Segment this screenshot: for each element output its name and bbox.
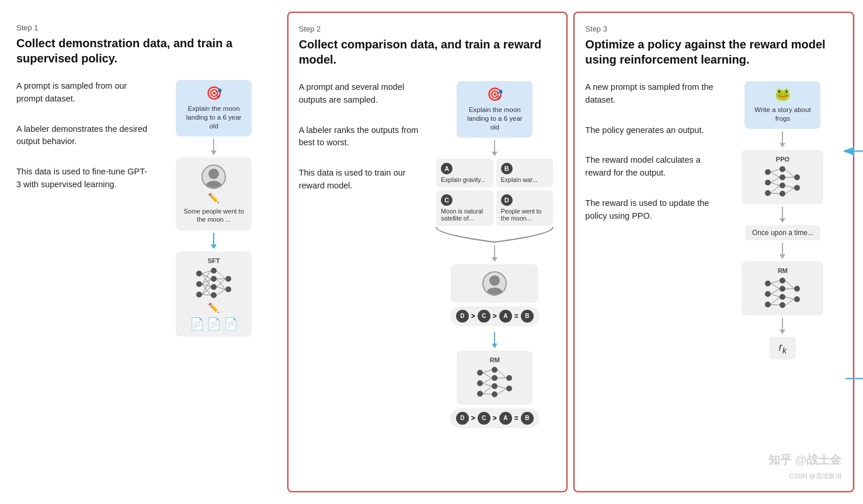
svg-point-50: [765, 190, 771, 196]
ranking-badge2: D > C > A = B: [450, 408, 540, 428]
step2-diagram-wrapper: 🎯 Explain the moon landing to a 6 year o…: [433, 81, 556, 432]
arrow2-blue: [211, 233, 217, 249]
svg-point-31: [477, 391, 483, 397]
svg-point-72: [780, 294, 785, 300]
svg-point-28: [487, 288, 502, 295]
svg-line-21: [217, 271, 225, 279]
rank2-c: C: [478, 412, 490, 425]
rm-network-svg: [474, 367, 515, 399]
step2-text1: A prompt and several model outputs are s…: [299, 81, 428, 107]
svg-line-38: [483, 370, 492, 373]
arrow7: [780, 206, 785, 223]
step1-title: Collect demonstration data, and train a …: [16, 36, 274, 66]
step1-label: Step 1: [16, 23, 274, 32]
svg-point-36: [506, 375, 512, 381]
step1-prompt-text: Explain the moon landing to a 6 year old: [184, 104, 243, 131]
svg-point-5: [211, 268, 217, 274]
bracket-svg: [433, 226, 556, 243]
rm2-label: RM: [778, 267, 788, 274]
rk-text: rk: [779, 341, 787, 353]
rank2-d: D: [456, 412, 469, 425]
output-text-a: Explain gravity...: [441, 176, 489, 183]
step3-text3: The reward model calculates a reward for…: [585, 154, 717, 180]
person2-icon: [482, 271, 507, 296]
step3-prompt-box: 🐸 Write a story about frogs: [744, 81, 820, 129]
rm2-network-svg: [762, 278, 803, 310]
step1-labeler-box: ✏️ Some people went to the moon ...: [176, 158, 252, 231]
svg-point-1: [206, 181, 221, 188]
doc3-icon: 📄: [224, 317, 238, 331]
svg-point-52: [780, 174, 785, 180]
svg-line-85: [785, 299, 794, 305]
svg-line-43: [483, 394, 492, 394]
svg-line-61: [771, 186, 780, 193]
svg-line-77: [771, 284, 780, 289]
step1-text2: A labeler demonstrates the desired outpu…: [16, 123, 148, 149]
svg-point-49: [765, 180, 771, 186]
step1-column: Step 1 Collect demonstration data, and t…: [6, 12, 284, 492]
step1-output-text: Some people went to the moon ...: [183, 207, 245, 224]
arrow3: [492, 140, 497, 156]
step2-prompt-box: 🎯 Explain the moon landing to a 6 year o…: [457, 81, 533, 138]
svg-point-7: [211, 284, 217, 290]
step2-label: Step 2: [299, 24, 556, 33]
person-icon: [201, 164, 226, 189]
svg-line-39: [483, 373, 492, 378]
svg-point-67: [765, 281, 771, 286]
output-label-b: B: [501, 163, 513, 174]
svg-point-30: [477, 380, 483, 386]
svg-point-33: [492, 375, 497, 381]
sft-label: SFT: [208, 257, 220, 264]
rank-a: A: [499, 310, 512, 323]
svg-point-54: [780, 191, 785, 197]
svg-line-20: [202, 295, 211, 295]
step3-prompt-text: Write a story about frogs: [753, 106, 812, 123]
rank2-a: A: [499, 412, 512, 425]
svg-point-70: [780, 278, 785, 284]
ranking-badge: D > C > A = B: [450, 306, 540, 326]
step2-title: Collect comparison data, and train a rew…: [299, 37, 556, 67]
svg-point-34: [492, 383, 497, 389]
svg-line-60: [771, 183, 780, 186]
svg-line-47: [497, 388, 506, 394]
arrow6: [780, 131, 785, 148]
svg-line-66: [785, 188, 794, 194]
svg-point-32: [492, 367, 497, 373]
camera2-icon: 🎯: [487, 87, 503, 102]
svg-point-71: [780, 286, 785, 292]
doc2-icon: 📄: [207, 317, 221, 331]
step2-outputs-grid: A Explain gravity... B Explain war... C …: [436, 159, 553, 226]
step2-column: Step 2 Collect comparison data, and trai…: [287, 12, 568, 492]
svg-line-57: [771, 169, 780, 172]
output-text-c: Moon is natural satellite of...: [441, 208, 489, 222]
step1-diagram-wrapper: 🎯 Explain the moon landing to a 6 year o…: [154, 80, 274, 337]
arrow9: [780, 318, 785, 334]
svg-point-4: [196, 292, 202, 298]
svg-point-75: [794, 296, 800, 302]
svg-point-53: [780, 183, 785, 188]
arrow8: [780, 243, 785, 259]
svg-point-8: [211, 292, 217, 298]
arrow5-blue: [492, 332, 497, 348]
doc1-icon: 📄: [190, 317, 204, 331]
step1-diagram: 🎯 Explain the moon landing to a 6 year o…: [154, 80, 274, 481]
step2-rm-box: RM: [457, 351, 533, 405]
svg-point-37: [506, 386, 512, 391]
output-card-c: C Moon is natural satellite of...: [436, 190, 493, 226]
output-label-c: C: [441, 194, 453, 206]
output-card-b: B Explain war...: [496, 159, 554, 187]
svg-line-13: [202, 274, 211, 287]
docs-row: 📄 📄 📄: [190, 317, 238, 331]
step2-text2: A labeler ranks the outputs from best to…: [299, 124, 428, 150]
output-card-a: A Explain gravity...: [436, 159, 493, 187]
step3-column: Step 3 Optimize a policy against the rew…: [573, 12, 854, 492]
svg-line-41: [483, 383, 492, 386]
step3-title: Optimize a policy against the reward mod…: [585, 37, 843, 67]
step1-content: A prompt is sampled from our prompt data…: [16, 80, 274, 481]
step2-texts: A prompt and several model outputs are s…: [299, 81, 428, 480]
svg-line-80: [771, 297, 780, 304]
step3-ppo-box: PPO: [742, 150, 823, 204]
step2-text3: This data is used to train our reward mo…: [299, 167, 428, 192]
svg-line-59: [771, 177, 780, 183]
svg-point-56: [794, 185, 800, 191]
